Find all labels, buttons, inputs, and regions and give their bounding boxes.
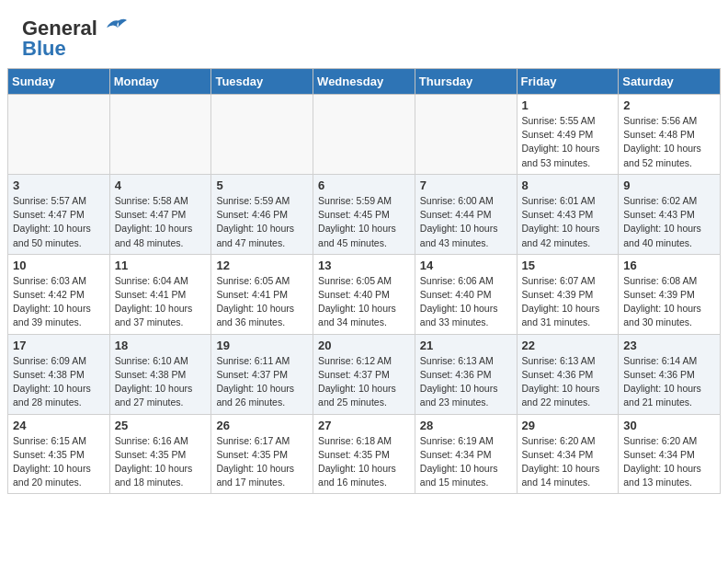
day-number: 11 [115, 259, 207, 272]
day-number: 14 [420, 259, 512, 272]
calendar-cell [109, 95, 211, 175]
day-info: Sunrise: 6:15 AM Sunset: 4:35 PM Dayligh… [13, 435, 91, 488]
calendar-cell: 14Sunrise: 6:06 AM Sunset: 4:40 PM Dayli… [415, 254, 517, 334]
day-info: Sunrise: 6:08 AM Sunset: 4:39 PM Dayligh… [623, 275, 701, 328]
calendar-week-4: 17Sunrise: 6:09 AM Sunset: 4:38 PM Dayli… [8, 334, 721, 414]
calendar-cell [313, 95, 415, 175]
calendar-cell: 29Sunrise: 6:20 AM Sunset: 4:34 PM Dayli… [517, 414, 619, 494]
day-info: Sunrise: 6:19 AM Sunset: 4:34 PM Dayligh… [420, 435, 498, 488]
calendar-cell: 30Sunrise: 6:20 AM Sunset: 4:34 PM Dayli… [619, 414, 721, 494]
day-number: 28 [420, 419, 512, 432]
day-number: 25 [115, 419, 207, 432]
day-info: Sunrise: 6:17 AM Sunset: 4:35 PM Dayligh… [216, 435, 294, 488]
day-number: 20 [318, 339, 410, 352]
calendar-cell: 4Sunrise: 5:58 AM Sunset: 4:47 PM Daylig… [109, 174, 211, 254]
calendar-cell: 18Sunrise: 6:10 AM Sunset: 4:38 PM Dayli… [109, 334, 211, 414]
day-info: Sunrise: 6:16 AM Sunset: 4:35 PM Dayligh… [115, 435, 193, 488]
day-number: 17 [13, 339, 105, 352]
calendar-cell: 22Sunrise: 6:13 AM Sunset: 4:36 PM Dayli… [517, 334, 619, 414]
calendar-week-3: 10Sunrise: 6:03 AM Sunset: 4:42 PM Dayli… [8, 254, 721, 334]
day-number: 15 [522, 259, 614, 272]
day-number: 2 [623, 98, 715, 112]
day-info: Sunrise: 6:05 AM Sunset: 4:40 PM Dayligh… [318, 275, 396, 328]
weekday-tuesday: Tuesday [211, 69, 313, 95]
day-info: Sunrise: 6:14 AM Sunset: 4:36 PM Dayligh… [623, 355, 701, 408]
day-number: 5 [216, 178, 308, 192]
day-number: 4 [115, 178, 207, 192]
calendar-table: SundayMondayTuesdayWednesdayThursdayFrid… [7, 68, 721, 494]
day-info: Sunrise: 6:18 AM Sunset: 4:35 PM Dayligh… [318, 435, 396, 488]
day-number: 13 [318, 259, 410, 272]
day-info: Sunrise: 5:59 AM Sunset: 4:45 PM Dayligh… [318, 195, 396, 248]
calendar-cell: 16Sunrise: 6:08 AM Sunset: 4:39 PM Dayli… [619, 254, 721, 334]
day-number: 3 [13, 178, 105, 192]
calendar-cell: 11Sunrise: 6:04 AM Sunset: 4:41 PM Dayli… [109, 254, 211, 334]
day-info: Sunrise: 6:04 AM Sunset: 4:41 PM Dayligh… [115, 275, 193, 328]
day-info: Sunrise: 6:12 AM Sunset: 4:37 PM Dayligh… [318, 355, 396, 408]
calendar-cell: 25Sunrise: 6:16 AM Sunset: 4:35 PM Dayli… [109, 414, 211, 494]
day-info: Sunrise: 6:20 AM Sunset: 4:34 PM Dayligh… [522, 435, 600, 488]
day-number: 7 [420, 178, 512, 192]
day-number: 12 [216, 259, 308, 272]
weekday-header-row: SundayMondayTuesdayWednesdayThursdayFrid… [8, 69, 721, 95]
calendar-cell: 2Sunrise: 5:56 AM Sunset: 4:48 PM Daylig… [619, 95, 721, 175]
calendar-cell: 23Sunrise: 6:14 AM Sunset: 4:36 PM Dayli… [619, 334, 721, 414]
day-info: Sunrise: 6:13 AM Sunset: 4:36 PM Dayligh… [522, 355, 600, 408]
day-info: Sunrise: 6:10 AM Sunset: 4:38 PM Dayligh… [115, 355, 193, 408]
day-info: Sunrise: 6:06 AM Sunset: 4:40 PM Dayligh… [420, 275, 498, 328]
calendar-cell: 26Sunrise: 6:17 AM Sunset: 4:35 PM Dayli… [211, 414, 313, 494]
calendar-cell [415, 95, 517, 175]
day-number: 19 [216, 339, 308, 352]
day-info: Sunrise: 6:20 AM Sunset: 4:34 PM Dayligh… [623, 435, 701, 488]
calendar-cell: 10Sunrise: 6:03 AM Sunset: 4:42 PM Dayli… [8, 254, 110, 334]
day-info: Sunrise: 5:58 AM Sunset: 4:47 PM Dayligh… [115, 195, 193, 248]
day-info: Sunrise: 6:02 AM Sunset: 4:43 PM Dayligh… [623, 195, 701, 248]
day-number: 10 [13, 259, 105, 272]
page-header: General Blue [0, 0, 728, 68]
calendar-cell: 21Sunrise: 6:13 AM Sunset: 4:36 PM Dayli… [415, 334, 517, 414]
calendar-cell: 19Sunrise: 6:11 AM Sunset: 4:37 PM Dayli… [211, 334, 313, 414]
calendar-cell: 8Sunrise: 6:01 AM Sunset: 4:43 PM Daylig… [517, 174, 619, 254]
weekday-thursday: Thursday [415, 69, 517, 95]
calendar-week-1: 1Sunrise: 5:55 AM Sunset: 4:49 PM Daylig… [8, 95, 721, 175]
calendar-cell: 15Sunrise: 6:07 AM Sunset: 4:39 PM Dayli… [517, 254, 619, 334]
calendar-cell: 5Sunrise: 5:59 AM Sunset: 4:46 PM Daylig… [211, 174, 313, 254]
calendar-cell: 17Sunrise: 6:09 AM Sunset: 4:38 PM Dayli… [8, 334, 110, 414]
day-number: 23 [623, 339, 715, 352]
day-info: Sunrise: 6:03 AM Sunset: 4:42 PM Dayligh… [13, 275, 91, 328]
day-number: 24 [13, 419, 105, 432]
calendar-cell: 3Sunrise: 5:57 AM Sunset: 4:47 PM Daylig… [8, 174, 110, 254]
calendar-cell: 28Sunrise: 6:19 AM Sunset: 4:34 PM Dayli… [415, 414, 517, 494]
day-info: Sunrise: 6:01 AM Sunset: 4:43 PM Dayligh… [522, 195, 600, 248]
day-info: Sunrise: 6:11 AM Sunset: 4:37 PM Dayligh… [216, 355, 294, 408]
day-number: 27 [318, 419, 410, 432]
day-number: 16 [623, 259, 715, 272]
logo: General Blue [22, 17, 127, 61]
day-info: Sunrise: 6:07 AM Sunset: 4:39 PM Dayligh… [522, 275, 600, 328]
day-info: Sunrise: 6:13 AM Sunset: 4:36 PM Dayligh… [420, 355, 498, 408]
day-number: 29 [522, 419, 614, 432]
calendar-cell [8, 95, 110, 175]
day-info: Sunrise: 5:57 AM Sunset: 4:47 PM Dayligh… [13, 195, 91, 248]
logo-bird-icon [99, 17, 127, 37]
weekday-wednesday: Wednesday [313, 69, 415, 95]
weekday-friday: Friday [517, 69, 619, 95]
weekday-sunday: Sunday [8, 69, 110, 95]
day-number: 21 [420, 339, 512, 352]
calendar-cell [211, 95, 313, 175]
day-number: 9 [623, 178, 715, 192]
day-number: 18 [115, 339, 207, 352]
day-number: 30 [623, 419, 715, 432]
calendar-cell: 7Sunrise: 6:00 AM Sunset: 4:44 PM Daylig… [415, 174, 517, 254]
calendar-week-5: 24Sunrise: 6:15 AM Sunset: 4:35 PM Dayli… [8, 414, 721, 494]
calendar-week-2: 3Sunrise: 5:57 AM Sunset: 4:47 PM Daylig… [8, 174, 721, 254]
day-info: Sunrise: 6:05 AM Sunset: 4:41 PM Dayligh… [216, 275, 294, 328]
day-info: Sunrise: 5:59 AM Sunset: 4:46 PM Dayligh… [216, 195, 294, 248]
day-info: Sunrise: 5:56 AM Sunset: 4:48 PM Dayligh… [623, 115, 701, 168]
calendar-cell: 12Sunrise: 6:05 AM Sunset: 4:41 PM Dayli… [211, 254, 313, 334]
day-info: Sunrise: 5:55 AM Sunset: 4:49 PM Dayligh… [522, 115, 600, 168]
calendar-cell: 24Sunrise: 6:15 AM Sunset: 4:35 PM Dayli… [8, 414, 110, 494]
weekday-monday: Monday [109, 69, 211, 95]
day-info: Sunrise: 6:09 AM Sunset: 4:38 PM Dayligh… [13, 355, 91, 408]
logo-blue: Blue [22, 37, 66, 61]
